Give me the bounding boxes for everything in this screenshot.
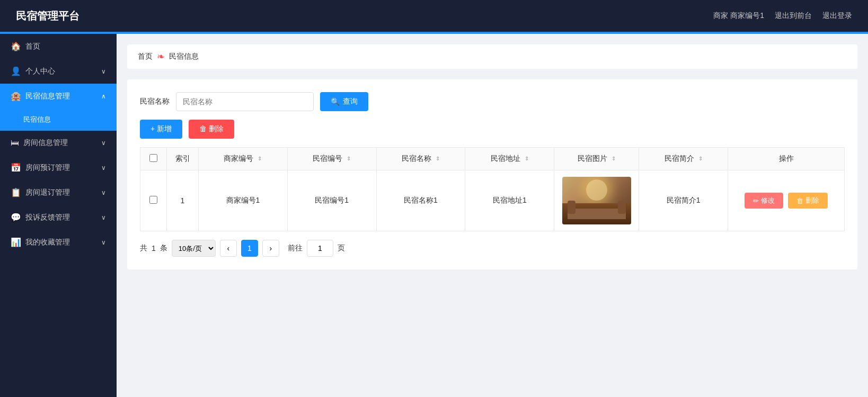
inn-icon: 🏨	[11, 91, 21, 101]
search-label: 民宿名称	[140, 97, 170, 106]
sidebar-sub-label-inn-info: 民宿信息	[23, 115, 51, 124]
header-right: 商家 商家编号1 退出到前台 退出登录	[713, 11, 852, 21]
breadcrumb-current: 民宿信息	[169, 52, 199, 61]
chevron-down-icon-room: ∨	[101, 139, 106, 147]
sidebar-label-room-mgmt: 房间信息管理	[23, 138, 68, 148]
sidebar-label-inn-mgmt: 民宿信息管理	[25, 92, 70, 101]
edit-icon: ✏	[753, 197, 759, 205]
page-1-btn[interactable]: 1	[241, 240, 258, 257]
sidebar-item-home[interactable]: 🏠 首页	[0, 34, 117, 59]
sidebar-item-favorites-mgmt[interactable]: 📊 我的收藏管理 ∨	[0, 230, 117, 255]
sidebar-item-booking-mgmt[interactable]: 📅 房间预订管理 ∨	[0, 155, 117, 180]
sort-icon-inn-intro[interactable]: ⇕	[698, 156, 703, 161]
prev-page-btn[interactable]: ‹	[220, 240, 237, 257]
user-icon: 👤	[11, 66, 21, 76]
row-delete-btn-label: 删除	[805, 196, 819, 205]
sort-icon-merchant[interactable]: ⇕	[258, 156, 262, 161]
cell-inn-address: 民宿地址1	[465, 170, 554, 231]
sidebar-item-inn-mgmt[interactable]: 🏨 民宿信息管理 ∧	[0, 84, 117, 109]
sidebar-label-complaint-mgmt: 投诉反馈管理	[25, 213, 70, 222]
sidebar-sub-item-inn-info[interactable]: 民宿信息	[0, 109, 117, 131]
edit-button[interactable]: ✏ 修改	[745, 193, 783, 209]
cell-index: 1	[167, 170, 199, 231]
breadcrumb-separator: ❧	[157, 51, 165, 62]
sidebar-item-personal[interactable]: 👤 个人中心 ∨	[0, 59, 117, 84]
main-content: 首页 ❧ 民宿信息 民宿名称 🔍 查询 + 新增 🗑 删除	[117, 34, 868, 397]
chevron-up-icon: ∧	[101, 93, 106, 100]
add-btn-label: + 新增	[150, 124, 172, 134]
data-table: 索引 商家编号 ⇕ 民宿编号 ⇕	[140, 147, 845, 231]
col-inn-name: 民宿名称 ⇕	[376, 148, 465, 170]
cell-merchant-no: 商家编号1	[199, 170, 288, 231]
table-row: 1 商家编号1 民宿编号1 民宿名称1 民宿地址1	[140, 170, 845, 231]
checkin-icon: 📋	[11, 187, 21, 197]
user-info: 商家 商家编号1	[713, 11, 764, 21]
col-inn-no-label: 民宿编号	[313, 154, 342, 164]
delete-batch-btn-label: 🗑 删除	[199, 124, 224, 134]
total-label: 共	[140, 243, 147, 253]
table-header-row: 索引 商家编号 ⇕ 民宿编号 ⇕	[140, 148, 845, 170]
sidebar-label-favorites-mgmt: 我的收藏管理	[25, 238, 70, 247]
edit-btn-label: 修改	[761, 196, 775, 205]
sidebar: 🏠 首页 👤 个人中心 ∨ 🏨 民宿信息管理 ∧ 民宿信息 🛏 房间信息管理 ∨…	[0, 34, 117, 397]
col-inn-address: 民宿地址 ⇕	[465, 148, 554, 170]
sort-icon-inn-image[interactable]: ⇕	[612, 156, 616, 161]
chevron-down-icon-favorites: ∨	[101, 239, 106, 246]
search-input[interactable]	[176, 92, 314, 111]
room-icon: 🛏	[11, 138, 19, 148]
col-operation: 操作	[728, 148, 845, 170]
exit-frontend-btn[interactable]: 退出到前台	[775, 11, 812, 21]
sidebar-label-home: 首页	[25, 42, 40, 51]
chevron-down-icon-checkin: ∨	[101, 189, 106, 196]
next-page-btn[interactable]: ›	[262, 240, 279, 257]
batch-delete-button[interactable]: 🗑 删除	[189, 120, 234, 139]
app-logo: 民宿管理平台	[16, 9, 79, 23]
main-layout: 🏠 首页 👤 个人中心 ∨ 🏨 民宿信息管理 ∧ 民宿信息 🛏 房间信息管理 ∨…	[0, 34, 868, 397]
col-index: 索引	[167, 148, 199, 170]
top-header: 民宿管理平台 商家 商家编号1 退出到前台 退出登录	[0, 0, 868, 32]
cell-inn-name: 民宿名称1	[376, 170, 465, 231]
col-index-label: 索引	[175, 154, 190, 164]
col-inn-image: 民宿图片 ⇕	[554, 148, 639, 170]
col-merchant-no-label: 商家编号	[224, 154, 253, 164]
breadcrumb: 首页 ❧ 民宿信息	[127, 44, 857, 69]
sort-icon-inn-address[interactable]: ⇕	[525, 156, 529, 161]
sidebar-label-booking-mgmt: 房间预订管理	[25, 163, 70, 173]
booking-icon: 📅	[11, 163, 21, 173]
total-count: 1	[152, 244, 156, 252]
query-button[interactable]: 🔍 查询	[320, 92, 368, 111]
goto-input[interactable]	[307, 240, 333, 257]
sidebar-label-checkin-mgmt: 房间退订管理	[25, 188, 70, 197]
sort-icon-inn-no[interactable]: ⇕	[347, 156, 351, 161]
logout-btn[interactable]: 退出登录	[822, 11, 852, 21]
breadcrumb-home[interactable]: 首页	[138, 52, 153, 61]
col-inn-address-label: 民宿地址	[491, 154, 520, 164]
goto-label: 前往	[288, 243, 303, 253]
sidebar-label-personal: 个人中心	[25, 67, 55, 76]
favorites-icon: 📊	[11, 237, 21, 247]
col-inn-image-label: 民宿图片	[578, 154, 607, 164]
chevron-down-icon-booking: ∨	[101, 164, 106, 172]
search-icon: 🔍	[331, 97, 340, 106]
search-row: 民宿名称 🔍 查询	[140, 92, 845, 111]
chevron-down-icon-complaint: ∨	[101, 214, 106, 221]
cell-operation: ✏ 修改 🗑 删除	[728, 170, 845, 231]
col-inn-intro: 民宿简介 ⇕	[639, 148, 728, 170]
sidebar-item-room-mgmt[interactable]: 🛏 房间信息管理 ∨	[0, 131, 117, 155]
cell-inn-no: 民宿编号1	[287, 170, 376, 231]
col-merchant-no: 商家编号 ⇕	[199, 148, 288, 170]
row-delete-button[interactable]: 🗑 删除	[788, 193, 828, 209]
total-unit: 条	[160, 243, 167, 253]
add-button[interactable]: + 新增	[140, 120, 182, 139]
sidebar-item-checkin-mgmt[interactable]: 📋 房间退订管理 ∨	[0, 180, 117, 205]
content-card: 民宿名称 🔍 查询 + 新增 🗑 删除	[127, 79, 857, 269]
col-inn-no: 民宿编号 ⇕	[287, 148, 376, 170]
cell-inn-intro: 民宿简介1	[639, 170, 728, 231]
sidebar-item-complaint-mgmt[interactable]: 💬 投诉反馈管理 ∨	[0, 205, 117, 230]
query-btn-label: 查询	[343, 97, 358, 106]
sort-icon-inn-name[interactable]: ⇕	[436, 156, 440, 161]
select-all-checkbox[interactable]	[149, 154, 157, 162]
cell-inn-image	[554, 170, 639, 231]
page-size-select[interactable]: 10条/页 20条/页 50条/页	[172, 240, 216, 257]
row-checkbox[interactable]	[149, 196, 157, 204]
